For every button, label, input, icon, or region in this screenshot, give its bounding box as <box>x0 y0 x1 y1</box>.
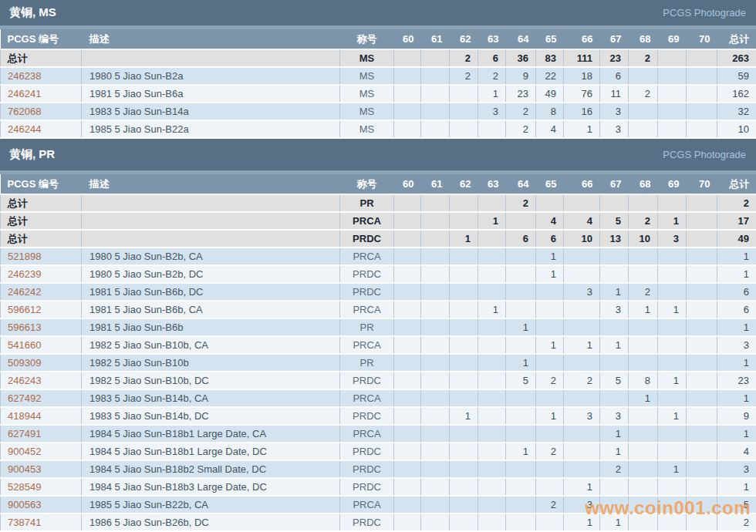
pcgs-number-cell: 246239 <box>1 265 82 283</box>
grade-68-cell: 1 <box>629 301 658 318</box>
coin-row-246242: 2462421981 5 Jiao Sun-B6b, DCPRDC3126 <box>1 283 756 301</box>
pcgs-number-cell: 762068 <box>1 103 82 120</box>
pcgs-number-link[interactable]: 521898 <box>8 251 41 262</box>
grade-65-cell <box>536 460 564 478</box>
grade-61-cell <box>421 513 450 531</box>
pcgs-number-link[interactable]: 246239 <box>8 268 41 280</box>
description-cell: 1982 5 Jiao Sun-B10b, CA <box>82 336 340 354</box>
designation-cell: MS <box>340 49 394 67</box>
pcgs-number-link[interactable]: 596613 <box>8 322 41 333</box>
grade-61-cell <box>421 49 450 67</box>
description-cell: 1985 5 Jiao Sun-B22a <box>82 120 340 138</box>
grade-64-cell <box>506 425 536 443</box>
pcgs-number-link[interactable]: 246244 <box>8 123 41 135</box>
total-row-pr: 总计PR22 <box>1 194 756 212</box>
grade-66-cell <box>564 443 600 460</box>
row-total-cell: 2 <box>717 194 756 212</box>
pcgs-number-link[interactable]: 762068 <box>8 106 41 117</box>
col-header-grade-69: 69 <box>658 174 687 194</box>
photograde-link[interactable]: PCGS Photograde <box>663 7 746 19</box>
grade-65-cell <box>536 194 564 212</box>
pcgs-number-cell: 246241 <box>1 85 82 103</box>
grade-62-cell <box>450 478 478 496</box>
grade-63-cell <box>478 354 506 372</box>
pcgs-number-link[interactable]: 246241 <box>8 88 41 99</box>
grade-65-cell <box>536 478 564 496</box>
pcgs-number-link[interactable]: 738741 <box>8 517 41 528</box>
coin-row-418944: 4189441983 5 Jiao Sun-B14b, DCPRDC113319 <box>1 407 756 425</box>
pcgs-number-link[interactable]: 246242 <box>8 286 41 298</box>
pcgs-number-cell: 738741 <box>1 513 82 531</box>
grade-70-cell <box>687 212 717 230</box>
description-cell <box>82 49 340 67</box>
pcgs-number-link[interactable]: 246238 <box>8 70 41 82</box>
total-label-cell: 总计 <box>1 49 82 67</box>
grade-69-cell: 1 <box>658 460 687 478</box>
grade-64-cell <box>506 283 536 301</box>
grade-68-cell: 10 <box>629 230 658 247</box>
grade-64-cell: 1 <box>506 318 536 336</box>
grade-67-cell <box>600 478 629 496</box>
grade-68-cell <box>629 194 658 212</box>
designation-cell: PRDC <box>340 407 394 425</box>
pcgs-number-cell: 528549 <box>1 478 82 496</box>
grade-67-cell: 23 <box>600 49 629 67</box>
grade-65-cell: 6 <box>536 230 564 247</box>
grade-66-cell: 2 <box>564 372 600 389</box>
grade-62-cell <box>450 120 478 138</box>
col-header-total: 总计 <box>717 29 756 49</box>
pcgs-number-link[interactable]: 900563 <box>8 499 41 510</box>
row-total-cell: 1 <box>717 265 756 283</box>
pcgs-number-link[interactable]: 596612 <box>8 304 41 315</box>
grade-63-cell <box>478 265 506 283</box>
grade-63-cell <box>478 478 506 496</box>
grade-69-cell <box>658 120 687 138</box>
coin-row-627491: 6274911984 5 Jiao Sun-B18b1 Large Date, … <box>1 425 756 443</box>
grade-69-cell: 3 <box>658 230 687 247</box>
pcgs-number-link[interactable]: 418944 <box>8 410 41 422</box>
grade-63-cell: 3 <box>478 103 506 120</box>
grade-67-cell: 3 <box>600 301 629 318</box>
pcgs-number-link[interactable]: 541660 <box>8 339 41 351</box>
grade-69-cell <box>658 389 687 407</box>
pcgs-number-cell: 627492 <box>1 389 82 407</box>
grade-64-cell: 36 <box>506 49 536 67</box>
grade-61-cell <box>421 460 450 478</box>
grade-65-cell: 1 <box>536 407 564 425</box>
grade-69-cell: 1 <box>658 301 687 318</box>
description-cell: 1986 5 Jiao Sun-B26b, DC <box>82 513 340 531</box>
grade-63-cell <box>478 194 506 212</box>
pcgs-number-link[interactable]: 900453 <box>8 463 41 475</box>
row-total-cell: 162 <box>717 85 756 103</box>
pcgs-number-link[interactable]: 528549 <box>8 481 41 493</box>
description-cell: 1984 5 Jiao Sun-B18b3 Large Date, DC <box>82 478 340 496</box>
pcgs-number-link[interactable]: 627492 <box>8 392 41 404</box>
row-total-cell: 49 <box>717 230 756 247</box>
grade-65-cell <box>536 354 564 372</box>
description-cell: 1981 5 Jiao Sun-B6b, DC <box>82 283 340 301</box>
pcgs-number-cell: 596613 <box>1 318 82 336</box>
pcgs-number-link[interactable]: 900452 <box>8 446 41 457</box>
grade-62-cell <box>450 194 478 212</box>
pcgs-number-link[interactable]: 627491 <box>8 428 41 439</box>
designation-cell: PRDC <box>340 443 394 460</box>
grade-63-cell <box>478 443 506 460</box>
pcgs-number-link[interactable]: 509309 <box>8 357 41 369</box>
grade-61-cell <box>421 372 450 389</box>
designation-cell: PRCA <box>340 425 394 443</box>
grade-66-cell <box>564 389 600 407</box>
grade-66-cell: 111 <box>564 49 600 67</box>
grade-66-cell: 16 <box>564 103 600 120</box>
section-header-brass-ms: 黄铜, MSPCGS Photograde <box>0 0 756 25</box>
pcgs-number-link[interactable]: 246243 <box>8 375 41 386</box>
grade-68-cell <box>629 265 658 283</box>
designation-cell: PRDC <box>340 265 394 283</box>
grade-70-cell <box>687 496 717 513</box>
designation-cell: PRCA <box>340 301 394 318</box>
grade-65-cell: 1 <box>536 336 564 354</box>
photograde-link[interactable]: PCGS Photograde <box>663 149 746 160</box>
grade-70-cell <box>687 407 717 425</box>
grade-61-cell <box>421 283 450 301</box>
col-header-pcgs-number: PCGS 编号 <box>1 174 82 194</box>
grade-60-cell <box>394 230 421 247</box>
